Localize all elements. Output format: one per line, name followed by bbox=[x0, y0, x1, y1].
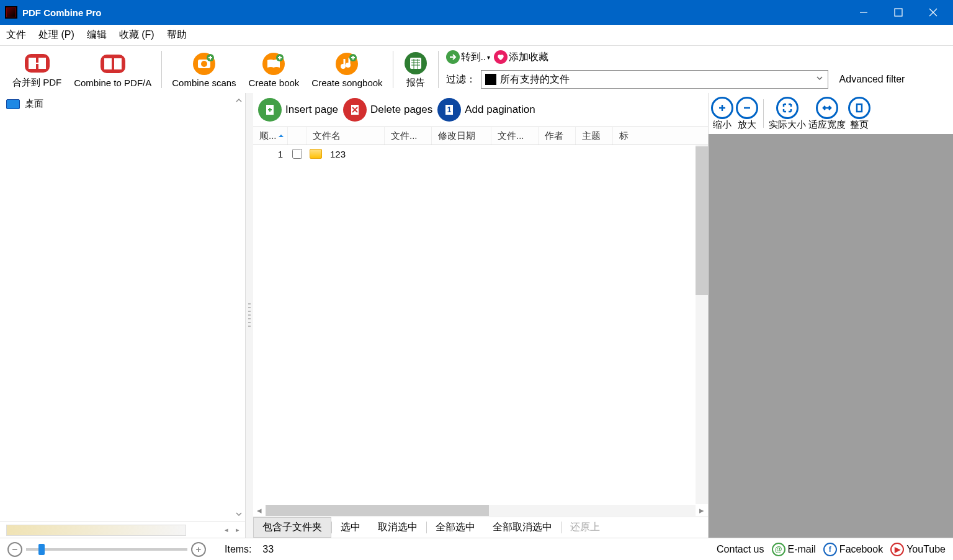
scroll-down-icon[interactable] bbox=[233, 507, 245, 522]
menu-edit[interactable]: 编辑 bbox=[87, 29, 107, 42]
combine-scans-button[interactable]: Combine scans bbox=[166, 48, 242, 91]
path-display bbox=[6, 525, 186, 536]
col-file[interactable]: 文件... bbox=[385, 127, 432, 144]
statusbar: − + Items: 33 Contact us @ E-mail f Face… bbox=[0, 538, 953, 560]
filter-label: 过滤： bbox=[446, 73, 476, 86]
col-order[interactable]: 顺... bbox=[253, 127, 288, 144]
col-check[interactable] bbox=[288, 127, 306, 144]
pdf-icon bbox=[485, 74, 496, 85]
zoom-slider[interactable] bbox=[26, 548, 187, 551]
youtube-link[interactable]: ▶ YouTube bbox=[890, 543, 946, 556]
deselect-button[interactable]: 取消选中 bbox=[369, 517, 426, 538]
table-hscrollbar[interactable]: ◂ ▸ bbox=[253, 504, 708, 517]
path-left-icon[interactable]: ◂ bbox=[221, 525, 231, 535]
email-icon: @ bbox=[772, 543, 785, 556]
titlebar: PDF Combine Pro bbox=[0, 0, 953, 25]
menu-favorites[interactable]: 收藏 (F) bbox=[119, 29, 154, 42]
svg-rect-0 bbox=[895, 9, 902, 16]
add-pagination-button[interactable]: 1 Add pagination bbox=[437, 98, 535, 122]
zoom-out-button[interactable]: 缩小 bbox=[711, 97, 733, 131]
goto-button[interactable]: 转到.. ▾ bbox=[446, 50, 491, 64]
tree-scrollbar[interactable] bbox=[233, 93, 245, 522]
preview-area bbox=[709, 134, 953, 538]
col-name[interactable]: 文件名 bbox=[306, 127, 385, 144]
table-header: 顺... 文件名 文件... 修改日期 文件... 作者 主题 标 bbox=[253, 127, 708, 145]
maximize-button[interactable] bbox=[881, 0, 916, 25]
path-right-icon[interactable]: ▸ bbox=[233, 525, 243, 535]
add-favorite-button[interactable]: 添加收藏 bbox=[494, 50, 548, 64]
menubar: 文件 处理 (P) 编辑 收藏 (F) 帮助 bbox=[0, 25, 953, 46]
zoom-minus-button[interactable]: − bbox=[7, 542, 22, 557]
hscroll-right-icon[interactable]: ▸ bbox=[696, 505, 708, 516]
svg-rect-5 bbox=[104, 58, 112, 69]
file-list-panel: Insert page Delete pages 1 Add paginatio… bbox=[253, 93, 709, 538]
delete-pages-button[interactable]: Delete pages bbox=[343, 98, 432, 122]
tree-item-desktop[interactable]: 桌面 bbox=[6, 98, 226, 110]
toolbar: 合并到 PDF Combine to PDF/A Combine scans C… bbox=[0, 46, 953, 93]
create-book-button[interactable]: Create book bbox=[243, 48, 306, 91]
svg-rect-2 bbox=[29, 58, 36, 69]
advanced-filter-link[interactable]: Advanced filter bbox=[839, 74, 905, 85]
filter-select[interactable]: 所有支持的文件 bbox=[481, 70, 828, 89]
scroll-up-icon[interactable] bbox=[233, 93, 245, 108]
svg-rect-3 bbox=[38, 58, 46, 69]
fit-width-button[interactable]: 适应宽度 bbox=[808, 97, 846, 131]
youtube-icon: ▶ bbox=[890, 543, 904, 556]
deselect-all-button[interactable]: 全部取消选中 bbox=[484, 517, 561, 538]
items-count: 33 bbox=[262, 544, 274, 554]
col-modified[interactable]: 修改日期 bbox=[432, 127, 491, 144]
app-title: PDF Combine Pro bbox=[22, 7, 102, 18]
svg-point-14 bbox=[341, 64, 346, 69]
folder-tree-panel: 桌面 ◂ ▸ bbox=[0, 93, 246, 538]
app-icon bbox=[5, 6, 17, 19]
selection-bar: 包含子文件夹 选中 取消选中 全部选中 全部取消选中 还原上 bbox=[253, 517, 708, 538]
col-file2[interactable]: 文件... bbox=[491, 127, 539, 144]
folder-icon bbox=[310, 149, 322, 159]
zoom-plus-button[interactable]: + bbox=[191, 542, 206, 557]
merge-to-pdf-button[interactable]: 合并到 PDF bbox=[6, 48, 68, 91]
svg-rect-23 bbox=[857, 104, 862, 112]
restore-button[interactable]: 还原上 bbox=[562, 517, 609, 538]
preview-panel: 缩小 放大 实际大小 适应宽度 整页 bbox=[709, 93, 953, 538]
desktop-icon bbox=[6, 99, 20, 109]
splitter[interactable] bbox=[246, 93, 253, 538]
actual-size-button[interactable]: 实际大小 bbox=[769, 97, 806, 131]
menu-process[interactable]: 处理 (P) bbox=[38, 29, 74, 42]
col-subject[interactable]: 主题 bbox=[576, 127, 613, 144]
hscroll-left-icon[interactable]: ◂ bbox=[253, 505, 266, 516]
svg-point-15 bbox=[346, 63, 351, 68]
chevron-down-icon bbox=[815, 74, 824, 85]
select-all-button[interactable]: 全部选中 bbox=[427, 517, 484, 538]
svg-rect-6 bbox=[114, 58, 122, 69]
svg-point-9 bbox=[201, 61, 207, 67]
zoom-in-button[interactable]: 放大 bbox=[736, 97, 758, 131]
menu-help[interactable]: 帮助 bbox=[167, 29, 187, 42]
svg-rect-18 bbox=[410, 58, 421, 69]
email-link[interactable]: @ E-mail bbox=[772, 543, 816, 556]
report-button[interactable]: 报告 bbox=[397, 48, 434, 91]
create-songbook-button[interactable]: Create songbook bbox=[305, 48, 388, 91]
facebook-icon: f bbox=[823, 543, 837, 556]
tree-path-bar: ◂ ▸ bbox=[0, 522, 245, 538]
col-author[interactable]: 作者 bbox=[539, 127, 576, 144]
include-subfolders-toggle[interactable]: 包含子文件夹 bbox=[253, 517, 331, 538]
svg-text:1: 1 bbox=[447, 105, 452, 114]
row-checkbox[interactable] bbox=[292, 149, 302, 159]
fit-page-button[interactable]: 整页 bbox=[848, 97, 870, 131]
minimize-button[interactable] bbox=[846, 0, 881, 25]
table-vscrollbar[interactable] bbox=[696, 145, 708, 504]
facebook-link[interactable]: f Facebook bbox=[823, 543, 883, 556]
select-button[interactable]: 选中 bbox=[332, 517, 369, 538]
insert-page-button[interactable]: Insert page bbox=[258, 98, 338, 122]
close-button[interactable] bbox=[916, 0, 951, 25]
items-label: Items: bbox=[225, 544, 252, 554]
col-tag[interactable]: 标 bbox=[613, 127, 708, 144]
table-row[interactable]: 1 123 bbox=[253, 145, 696, 162]
menu-file[interactable]: 文件 bbox=[6, 29, 26, 42]
combine-pdfa-button[interactable]: Combine to PDF/A bbox=[68, 48, 158, 91]
contact-us-link[interactable]: Contact us bbox=[717, 544, 764, 555]
